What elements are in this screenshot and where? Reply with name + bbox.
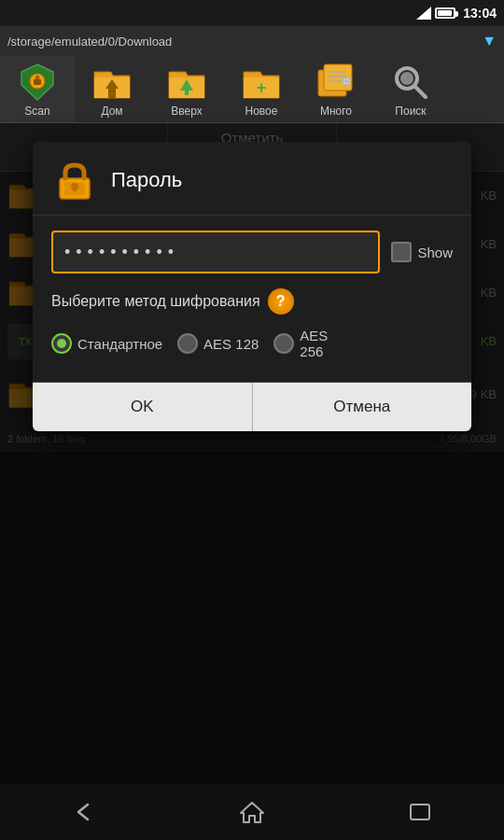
- radio-dot-standard: [57, 339, 66, 348]
- toolbar: Scan Дом Вверх: [0, 56, 504, 123]
- toolbar-item-many[interactable]: Много: [299, 56, 373, 123]
- scan-icon: [17, 62, 58, 103]
- svg-rect-6: [108, 89, 116, 98]
- path-text: /storage/emulated/0/Download: [7, 35, 172, 49]
- svg-line-20: [414, 86, 426, 97]
- toolbar-item-home[interactable]: Дом: [75, 56, 149, 123]
- recents-icon: [407, 799, 433, 825]
- home-nav-icon: [239, 799, 265, 825]
- svg-text:+: +: [257, 78, 267, 97]
- password-row: Show: [51, 231, 453, 273]
- signal-icon: [416, 7, 431, 20]
- many-icon: [315, 62, 357, 103]
- ok-button[interactable]: OK: [33, 383, 253, 431]
- many-label: Много: [320, 105, 352, 118]
- show-row: Show: [391, 242, 453, 262]
- many-svg: [316, 63, 356, 102]
- svg-marker-0: [416, 7, 431, 20]
- lock-icon: [51, 157, 98, 203]
- new-folder-svg: +: [242, 64, 281, 100]
- radio-circle-aes128: [177, 333, 198, 354]
- lock-svg: [52, 158, 97, 203]
- recents-button[interactable]: [397, 789, 443, 835]
- question-icon[interactable]: ?: [268, 288, 294, 315]
- radio-standard[interactable]: Стандартное: [51, 333, 162, 354]
- radio-aes128[interactable]: AES 128: [177, 333, 259, 354]
- home-folder-icon: [91, 62, 133, 103]
- toolbar-item-up[interactable]: Вверх: [149, 56, 224, 123]
- svg-rect-8: [185, 90, 189, 95]
- radio-row: Стандартное AES 128 AES256: [51, 328, 453, 359]
- radio-label-standard: Стандартное: [77, 336, 162, 352]
- home-label: Дом: [101, 105, 122, 118]
- encryption-label: Выберите метод шифрования: [51, 293, 260, 310]
- toolbar-item-search[interactable]: Поиск: [373, 56, 448, 123]
- path-bar: /storage/emulated/0/Download ▼: [0, 26, 504, 56]
- svg-rect-27: [411, 805, 429, 819]
- show-label: Show: [417, 245, 453, 260]
- shield-icon: [18, 63, 57, 102]
- back-icon: [71, 799, 97, 825]
- scan-label: Scan: [24, 105, 49, 118]
- search-label: Поиск: [395, 105, 426, 118]
- svg-marker-26: [241, 803, 263, 822]
- new-label: Новое: [245, 105, 278, 118]
- radio-label-aes256: AES256: [300, 328, 328, 359]
- search-icon: [390, 62, 431, 103]
- up-folder-icon: [166, 62, 207, 103]
- radio-aes256[interactable]: AES256: [273, 328, 328, 359]
- svg-rect-25: [73, 187, 77, 191]
- svg-rect-4: [35, 76, 39, 81]
- home-nav-button[interactable]: [229, 789, 275, 835]
- back-button[interactable]: [61, 789, 107, 835]
- path-dropdown-icon[interactable]: ▼: [482, 33, 497, 49]
- up-folder-svg: [167, 64, 206, 100]
- dialog-overlay: Пароль Show Выберите метод шифрования ?: [0, 123, 504, 784]
- radio-circle-aes256: [273, 333, 294, 354]
- status-time: 13:04: [463, 6, 497, 21]
- home-folder-svg: [92, 64, 132, 100]
- toolbar-item-new[interactable]: + Новое: [224, 56, 299, 123]
- password-dialog: Пароль Show Выберите метод шифрования ?: [33, 142, 471, 431]
- dialog-cancel-button[interactable]: Отмена: [253, 383, 472, 431]
- dialog-buttons: OK Отмена: [33, 382, 471, 431]
- toolbar-item-scan[interactable]: Scan: [0, 56, 75, 123]
- password-input[interactable]: [51, 231, 380, 273]
- encryption-label-row: Выберите метод шифрования ?: [51, 288, 453, 315]
- search-svg: [392, 63, 429, 101]
- dialog-body: Show Выберите метод шифрования ? Стандар…: [33, 216, 471, 382]
- status-icons: 13:04: [416, 6, 497, 21]
- battery-icon: [435, 7, 455, 19]
- radio-circle-standard: [51, 333, 72, 354]
- svg-point-19: [400, 72, 413, 85]
- up-label: Вверх: [171, 105, 202, 118]
- radio-label-aes128: AES 128: [203, 336, 259, 352]
- dialog-header: Пароль: [33, 142, 471, 216]
- new-folder-icon: +: [241, 62, 282, 103]
- show-checkbox[interactable]: [391, 242, 412, 262]
- status-bar: 13:04: [0, 0, 504, 26]
- nav-bar: [0, 784, 504, 840]
- dialog-title: Пароль: [111, 168, 182, 192]
